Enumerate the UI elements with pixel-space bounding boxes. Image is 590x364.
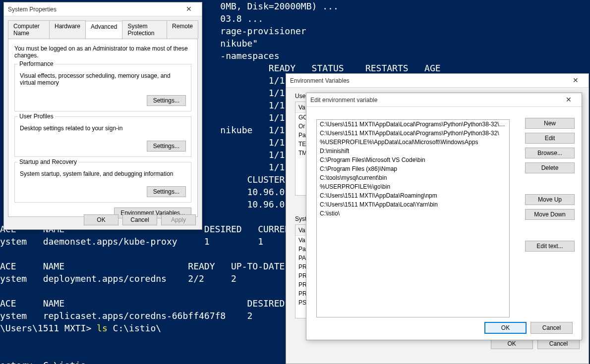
editenv-browse-button[interactable]: Browse...	[525, 148, 575, 158]
system-properties-dialog: System Properties ✕ Computer NameHardwar…	[3, 2, 202, 230]
user-profiles-desc: Desktop settings related to your sign-in	[20, 125, 186, 132]
performance-group: Performance Visual effects, processor sc…	[14, 64, 191, 111]
user-profiles-settings-button[interactable]: Settings...	[147, 141, 186, 152]
editenv-new-button[interactable]: New	[525, 118, 575, 129]
tab-hardware[interactable]: Hardware	[49, 20, 86, 39]
sysprops-cancel-button[interactable]: Cancel	[122, 214, 157, 225]
path-entry[interactable]: D:\minishift	[317, 147, 509, 156]
tab-advanced[interactable]: Advanced	[85, 21, 122, 39]
tab-remote[interactable]: Remote	[167, 20, 198, 39]
startup-recovery-group: Startup and Recovery System startup, sys…	[14, 162, 191, 203]
startup-desc: System startup, system failure, and debu…	[20, 170, 186, 177]
tab-computer-name[interactable]: Computer Name	[8, 20, 50, 39]
sysprops-tabs: Computer NameHardwareAdvancedSystem Prot…	[8, 20, 198, 39]
editenv-ok-button[interactable]: OK	[484, 322, 527, 334]
path-entry[interactable]: C:\Users\1511 MXTI\AppData\Local\Yarn\bi…	[317, 200, 509, 209]
sysprops-titlebar[interactable]: System Properties ✕	[4, 2, 202, 16]
editenv-edit-button[interactable]: Edit	[525, 133, 575, 144]
admin-notice: You must be logged on as an Administrato…	[14, 45, 191, 59]
envvars-title: Environment Variables	[290, 77, 567, 84]
close-icon[interactable]: ✕	[560, 94, 578, 106]
performance-desc: Visual effects, processor scheduling, me…	[20, 72, 186, 86]
sysprops-tab-body: You must be logged on as an Administrato…	[8, 39, 198, 217]
edit-env-variable-dialog: Edit environment variable ✕ C:\Users\151…	[306, 93, 582, 340]
envvars-titlebar[interactable]: Environment Variables ✕	[286, 74, 589, 88]
editenv-cancel-button[interactable]: Cancel	[531, 322, 573, 334]
sysprops-apply-button[interactable]: Apply	[161, 214, 196, 225]
path-entry[interactable]: C:\Program Files (x86)\Nmap	[317, 164, 509, 173]
close-icon[interactable]: ✕	[567, 75, 585, 87]
performance-title: Performance	[18, 60, 55, 67]
user-profiles-title: User Profiles	[18, 113, 55, 120]
tab-system-protection[interactable]: System Protection	[122, 20, 167, 39]
path-entry[interactable]: C:\Program Files\Microsoft VS Code\bin	[317, 156, 509, 164]
editenv-moveup-button[interactable]: Move Up	[525, 194, 575, 205]
path-entry[interactable]: C:\Users\1511 MXTI\AppData\Local\Program…	[317, 120, 509, 129]
editenv-movedown-button[interactable]: Move Down	[525, 209, 575, 220]
startup-title: Startup and Recovery	[18, 158, 78, 165]
editenv-titlebar[interactable]: Edit environment variable ✕	[306, 93, 582, 107]
startup-settings-button[interactable]: Settings...	[147, 186, 186, 197]
path-entry[interactable]: C:\Users\1511 MXTI\AppData\Roaming\npm	[317, 191, 509, 200]
path-entries-list[interactable]: C:\Users\1511 MXTI\AppData\Local\Program…	[316, 119, 510, 317]
path-entry[interactable]: C:\Users\1511 MXTI\AppData\Local\Program…	[317, 129, 509, 138]
path-entry[interactable]: %USERPROFILE%\go\bin	[317, 182, 509, 191]
editenv-edittext-button[interactable]: Edit text...	[525, 241, 575, 252]
sysprops-title: System Properties	[8, 6, 180, 13]
path-entry[interactable]: C:\istio\	[317, 209, 509, 218]
path-entry[interactable]: %USERPROFILE%\AppData\Local\Microsoft\Wi…	[317, 138, 509, 147]
path-entry[interactable]: C:\tools\mysql\current\bin	[317, 173, 509, 182]
user-profiles-group: User Profiles Desktop settings related t…	[14, 116, 191, 157]
close-icon[interactable]: ✕	[180, 3, 198, 15]
editenv-title: Edit environment variable	[310, 97, 560, 104]
performance-settings-button[interactable]: Settings...	[147, 95, 186, 106]
sysprops-ok-button[interactable]: OK	[84, 214, 118, 225]
editenv-delete-button[interactable]: Delete	[525, 162, 575, 173]
